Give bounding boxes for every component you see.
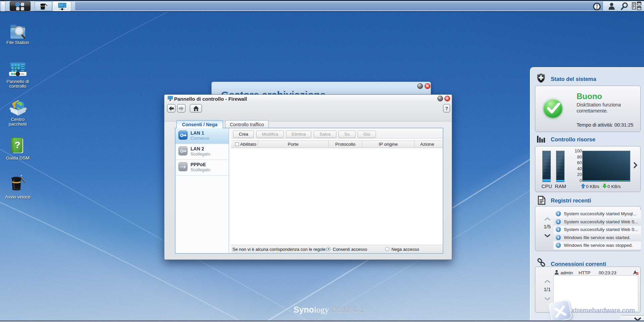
svg-text:?: ?: [14, 140, 20, 150]
